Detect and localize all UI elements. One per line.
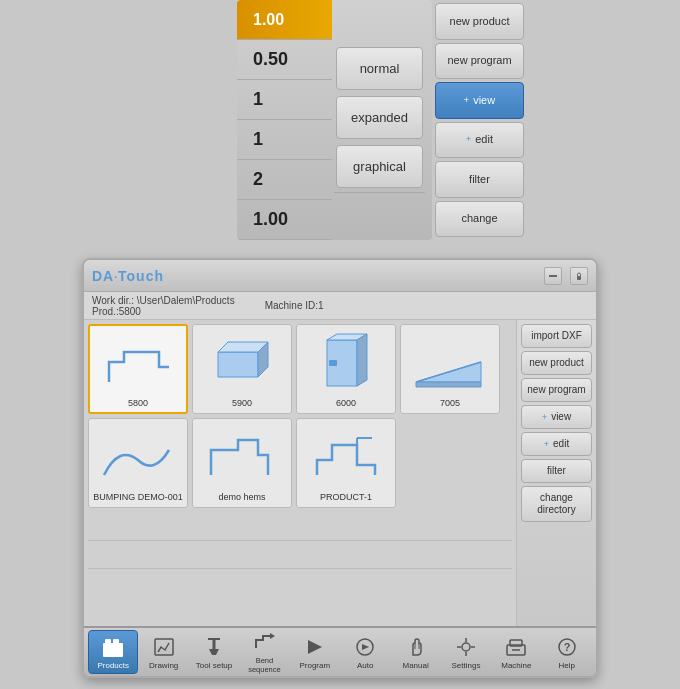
normal-view-btn[interactable]: normal: [336, 47, 423, 90]
product-thumb-6000: [306, 331, 386, 396]
title-bar-icons: [544, 267, 588, 285]
toolbar-drawing[interactable]: Drawing: [138, 630, 188, 674]
svg-rect-17: [155, 639, 173, 655]
toolbar-tool-setup[interactable]: Tool setup: [189, 630, 239, 674]
edit-btn-row: + edit: [544, 438, 569, 450]
filter-btn-top[interactable]: filter: [435, 161, 524, 198]
product-thumb-product1: [306, 425, 386, 490]
info-bar: Work dir.: \User\Dalem\Products Prod.:58…: [84, 292, 596, 320]
empty-row-1: [88, 512, 512, 536]
product-thumb-7005: [410, 331, 490, 396]
view-btn-top[interactable]: + view: [435, 82, 524, 119]
app-window: DA·Touch Work dir.: \User\Dalem\Products…: [82, 258, 598, 678]
right-sidebar: import DXF new product new program + vie…: [516, 320, 596, 626]
empty-row-2: [88, 540, 512, 564]
new-product-btn-top[interactable]: new product: [435, 3, 524, 40]
value-row-4: 1: [237, 120, 332, 160]
toolbar-settings[interactable]: Settings: [441, 630, 491, 674]
minimize-icon[interactable]: [544, 267, 562, 285]
help-icon: ?: [555, 635, 579, 659]
value-row-2: 0.50: [237, 40, 332, 80]
edit-btn[interactable]: + edit: [521, 432, 592, 456]
expanded-view-btn[interactable]: expanded: [336, 96, 423, 139]
manual-icon: [404, 635, 428, 659]
product-label-product1: PRODUCT-1: [320, 492, 372, 502]
bottom-toolbar: Products Drawing Tool setup: [84, 626, 596, 676]
product-item-6000[interactable]: 6000: [296, 324, 396, 414]
main-content: 5800 5900: [84, 320, 596, 626]
svg-rect-16: [113, 639, 119, 644]
product-label-demo-hems: demo hems: [218, 492, 265, 502]
lock-icon[interactable]: [570, 267, 588, 285]
svg-rect-1: [577, 276, 581, 280]
new-product-btn[interactable]: new product: [521, 351, 592, 375]
value-row-5: 2: [237, 160, 332, 200]
product-grid[interactable]: 5800 5900: [84, 320, 516, 626]
product-thumb-5800: [98, 331, 178, 396]
edit-sidebar-plus-icon: +: [544, 439, 549, 450]
view-sidebar-plus-icon: +: [542, 412, 547, 423]
auto-icon: [353, 635, 377, 659]
svg-marker-24: [362, 644, 369, 650]
product-thumb-5900: [202, 331, 282, 396]
toolbar-products[interactable]: Products: [88, 630, 138, 674]
edit-plus-icon: +: [466, 134, 471, 145]
tool-setup-icon: [202, 635, 226, 659]
program-icon: [303, 635, 327, 659]
import-dxf-btn[interactable]: import DXF: [521, 324, 592, 348]
product-item-5900[interactable]: 5900: [192, 324, 292, 414]
toolbar-auto[interactable]: Auto: [340, 630, 390, 674]
edit-btn-top[interactable]: + edit: [435, 122, 524, 159]
machine-id: Machine ID:1: [265, 300, 324, 311]
svg-marker-10: [416, 382, 481, 387]
filter-btn[interactable]: filter: [521, 459, 592, 483]
new-program-btn[interactable]: new program: [521, 378, 592, 402]
new-program-btn-top[interactable]: new program: [435, 43, 524, 80]
svg-marker-21: [270, 633, 275, 639]
toolbar-help[interactable]: ? Help: [542, 630, 592, 674]
svg-rect-8: [329, 360, 337, 366]
product-label-5900: 5900: [232, 398, 252, 408]
app-logo: DA·Touch: [92, 268, 164, 284]
product-item-demo-hems[interactable]: demo hems: [192, 418, 292, 508]
graphical-view-btn[interactable]: graphical: [336, 145, 423, 188]
product-label-bumping: BUMPING DEMO-001: [93, 492, 183, 502]
product-thumb-bumping: [98, 425, 178, 490]
title-bar: DA·Touch: [84, 260, 596, 292]
product-item-5800[interactable]: 5800: [88, 324, 188, 414]
change-btn-top[interactable]: change: [435, 201, 524, 238]
product-label-7005: 7005: [440, 398, 460, 408]
view-btn[interactable]: + view: [521, 405, 592, 429]
settings-icon: [454, 635, 478, 659]
change-directory-btn[interactable]: change directory: [521, 486, 592, 522]
toolbar-machine[interactable]: Machine: [491, 630, 541, 674]
view-plus-icon: +: [464, 95, 469, 106]
product-item-product1[interactable]: PRODUCT-1: [296, 418, 396, 508]
svg-rect-14: [103, 643, 123, 657]
toolbar-manual[interactable]: Manual: [390, 630, 440, 674]
svg-rect-15: [105, 639, 111, 644]
empty-row-3: [88, 568, 512, 592]
toolbar-bend-sequence[interactable]: Bend sequence: [239, 630, 289, 674]
value-row-6: 1.00: [237, 200, 332, 240]
product-item-7005[interactable]: 7005: [400, 324, 500, 414]
svg-marker-2: [218, 352, 258, 377]
svg-marker-22: [308, 640, 322, 654]
products-icon: [101, 635, 125, 659]
svg-rect-0: [549, 275, 557, 277]
svg-point-27: [462, 643, 470, 651]
view-btn-row: + view: [542, 411, 571, 423]
toolbar-program[interactable]: Program: [290, 630, 340, 674]
bend-sequence-icon: [252, 630, 276, 654]
drawing-icon: [152, 635, 176, 659]
work-dir: Work dir.: \User\Dalem\Products Prod.:58…: [92, 295, 235, 317]
product-label-6000: 6000: [336, 398, 356, 408]
svg-marker-19: [209, 649, 219, 655]
product-thumb-demo-hems: [202, 425, 282, 490]
product-item-bumping[interactable]: BUMPING DEMO-001: [88, 418, 188, 508]
svg-text:?: ?: [563, 641, 570, 653]
machine-icon: [504, 635, 528, 659]
product-label-5800: 5800: [128, 398, 148, 408]
svg-marker-7: [357, 334, 367, 386]
value-row-1: 1.00: [237, 0, 332, 40]
